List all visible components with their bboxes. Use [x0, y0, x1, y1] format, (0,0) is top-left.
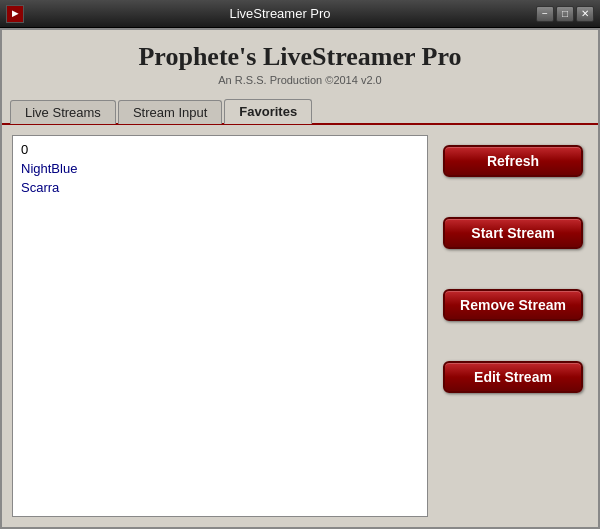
maximize-button[interactable]: □: [556, 6, 574, 22]
close-button[interactable]: ✕: [576, 6, 594, 22]
tabs-bar: Live Streams Stream Input Favorites: [2, 98, 598, 123]
app-logo: ▶: [6, 5, 24, 23]
app-subtitle: An R.S.S. Production ©2014 v2.0: [2, 74, 598, 86]
app-title: Prophete's LiveStreamer Pro: [2, 42, 598, 72]
content-area: 0 NightBlue Scarra Refresh Start Stream …: [2, 123, 598, 527]
edit-stream-button[interactable]: Edit Stream: [443, 361, 583, 393]
title-bar-title: LiveStreamer Pro: [24, 6, 536, 21]
buttons-panel: Refresh Start Stream Remove Stream Edit …: [438, 135, 588, 517]
main-window: Prophete's LiveStreamer Pro An R.S.S. Pr…: [0, 28, 600, 529]
tab-live-streams[interactable]: Live Streams: [10, 100, 116, 124]
title-bar-controls: − □ ✕: [536, 6, 594, 22]
start-stream-button[interactable]: Start Stream: [443, 217, 583, 249]
tab-favorites[interactable]: Favorites: [224, 99, 312, 124]
list-item[interactable]: 0: [17, 140, 423, 159]
minimize-button[interactable]: −: [536, 6, 554, 22]
remove-stream-button[interactable]: Remove Stream: [443, 289, 583, 321]
list-item[interactable]: Scarra: [17, 178, 423, 197]
favorites-list[interactable]: 0 NightBlue Scarra: [12, 135, 428, 517]
refresh-button[interactable]: Refresh: [443, 145, 583, 177]
app-header: Prophete's LiveStreamer Pro An R.S.S. Pr…: [2, 30, 598, 92]
tab-stream-input[interactable]: Stream Input: [118, 100, 222, 124]
title-bar: ▶ LiveStreamer Pro − □ ✕: [0, 0, 600, 28]
list-item[interactable]: NightBlue: [17, 159, 423, 178]
